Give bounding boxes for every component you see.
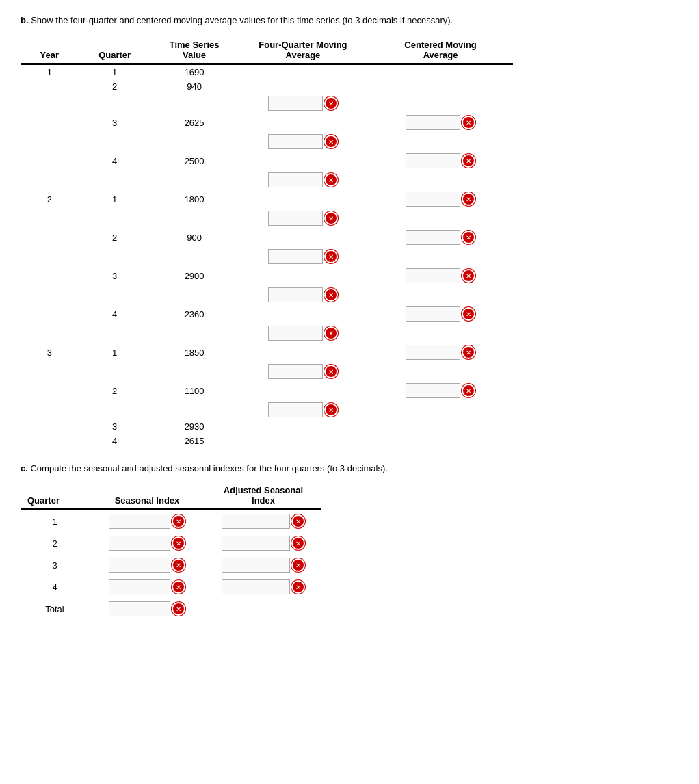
cell-year [21, 434, 79, 448]
seasonal-input-3[interactable] [109, 558, 170, 573]
main-table: Year Quarter Time SeriesValue Four-Quart… [21, 37, 513, 449]
fqma-clear-1[interactable] [324, 96, 338, 110]
cma-clear-1[interactable] [462, 116, 475, 129]
cma-input-5[interactable] [406, 268, 460, 283]
cma-input-3[interactable] [406, 192, 460, 207]
cell-year [21, 132, 79, 151]
fqma-input-4[interactable] [268, 211, 323, 226]
cell-year [21, 170, 79, 190]
c-table-row: 3 [21, 554, 321, 576]
cell-year [21, 285, 79, 304]
seasonal-input-4[interactable] [109, 579, 170, 594]
fqma-input-5[interactable] [268, 249, 323, 264]
table-row [21, 94, 513, 113]
cma-clear-8[interactable] [462, 384, 475, 397]
fqma-clear-4[interactable] [324, 211, 338, 225]
table-row [21, 247, 513, 266]
table-row [21, 400, 513, 419]
section-b-instruction: b. Show the four-quarter and centered mo… [21, 14, 678, 27]
cma-input-6[interactable] [406, 306, 460, 322]
cma-input-4[interactable] [406, 230, 460, 245]
fqma-clear-8[interactable] [324, 365, 338, 378]
cell-cma [368, 266, 513, 285]
cell-fqma [238, 94, 369, 113]
seasonal-clear-4[interactable] [172, 580, 185, 594]
cell-value [151, 209, 238, 228]
fqma-clear-9[interactable] [324, 403, 338, 417]
cell-year [21, 113, 79, 132]
fqma-input-2[interactable] [268, 134, 323, 149]
seasonal-clear-3[interactable] [172, 558, 185, 572]
c-table-row: 4 [21, 576, 321, 598]
seasonal-total-input[interactable] [109, 601, 170, 616]
cma-clear-6[interactable] [462, 307, 475, 321]
fqma-clear-3[interactable] [324, 173, 338, 187]
cma-input-7[interactable] [406, 345, 460, 360]
fqma-clear-5[interactable] [324, 250, 338, 263]
seasonal-total-clear[interactable] [172, 602, 185, 616]
table-row: 4 2615 [21, 434, 513, 448]
fqma-clear-7[interactable] [324, 326, 338, 340]
cell-quarter [79, 285, 151, 304]
cell-quarter [79, 247, 151, 266]
cma-input-2[interactable] [406, 153, 460, 168]
cell-value: 1850 [151, 343, 238, 362]
cma-clear-4[interactable] [462, 231, 475, 244]
fqma-clear-6[interactable] [324, 288, 338, 302]
cma-clear-2[interactable] [462, 154, 475, 168]
cell-cma [368, 228, 513, 247]
cell-cma [368, 343, 513, 362]
cell-year [21, 304, 79, 324]
fqma-input-6[interactable] [268, 287, 323, 302]
adjusted-clear-1[interactable] [291, 514, 305, 528]
seasonal-clear-1[interactable] [172, 514, 185, 528]
fqma-input-8[interactable] [268, 364, 323, 379]
seasonal-input-2[interactable] [109, 536, 170, 551]
cell-year [21, 381, 79, 400]
adjusted-clear-2[interactable] [291, 536, 305, 550]
fqma-input-9[interactable] [268, 402, 323, 417]
c-cell-quarter-total: Total [21, 598, 89, 620]
adjusted-clear-4[interactable] [291, 580, 305, 594]
cell-fqma [238, 400, 369, 419]
adjusted-input-4[interactable] [222, 579, 290, 594]
cma-clear-3[interactable] [462, 192, 475, 206]
table-row: 2 1 1800 [21, 190, 513, 209]
cma-input-1[interactable] [406, 115, 460, 130]
cell-value: 1800 [151, 190, 238, 209]
cell-cma [368, 304, 513, 324]
c-cell-adjusted [205, 554, 321, 576]
section-c-instruction: c. Compute the seasonal and adjusted sea… [21, 462, 678, 475]
cell-year: 2 [21, 190, 79, 209]
fqma-input-7[interactable] [268, 326, 323, 341]
cell-fqma [238, 419, 369, 434]
fqma-clear-2[interactable] [324, 135, 338, 148]
cell-year [21, 247, 79, 266]
seasonal-input-1[interactable] [109, 514, 170, 529]
adjusted-clear-3[interactable] [291, 558, 305, 572]
fqma-input-1[interactable] [268, 96, 323, 111]
cell-cma [368, 400, 513, 419]
cell-cma [368, 79, 513, 94]
cell-cma [368, 151, 513, 170]
seasonal-clear-2[interactable] [172, 536, 185, 550]
adjusted-input-3[interactable] [222, 558, 290, 573]
cell-cma [368, 170, 513, 190]
cell-year: 3 [21, 343, 79, 362]
adjusted-input-2[interactable] [222, 536, 290, 551]
cell-cma [368, 362, 513, 381]
cell-quarter [79, 362, 151, 381]
cell-fqma [238, 343, 369, 362]
cell-quarter [79, 132, 151, 151]
cma-input-8[interactable] [406, 383, 460, 398]
table-row: 3 2900 [21, 266, 513, 285]
cma-clear-7[interactable] [462, 345, 475, 359]
fqma-input-3[interactable] [268, 172, 323, 187]
table-row: 4 2360 [21, 304, 513, 324]
table-row [21, 362, 513, 381]
cell-fqma [238, 228, 369, 247]
cell-value [151, 132, 238, 151]
cma-clear-5[interactable] [462, 269, 475, 283]
cell-quarter: 3 [79, 419, 151, 434]
adjusted-input-1[interactable] [222, 514, 290, 529]
